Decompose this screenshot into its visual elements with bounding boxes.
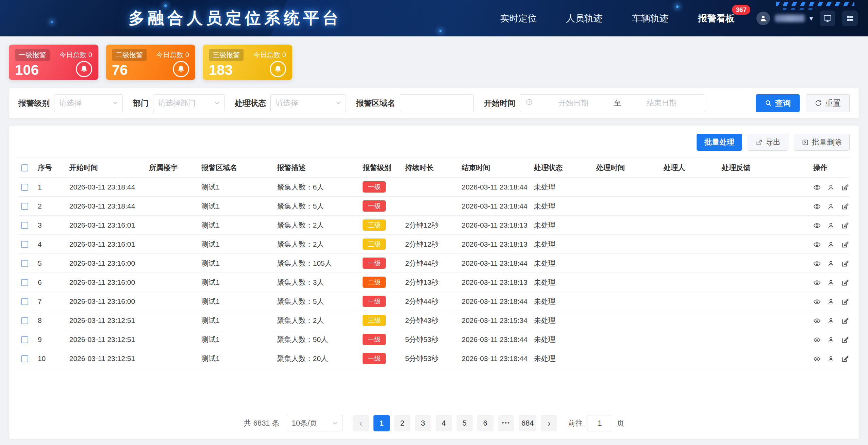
view-icon[interactable] [813,203,821,210]
department-select[interactable]: 请选择部门 [153,94,224,112]
view-icon[interactable] [813,317,821,325]
start-time-label: 开始时间 [484,98,515,109]
cell-end-time: 2026-03-11 23:18:44 [459,178,531,197]
page-button-684[interactable]: 684 [519,415,537,431]
cell-handler [661,349,719,368]
cell-operations [811,349,850,368]
locate-person-icon[interactable] [827,336,835,344]
user-avatar-icon[interactable] [756,12,770,25]
cell-index: 1 [35,178,67,197]
delete-icon [802,139,809,146]
edit-icon[interactable] [841,317,849,325]
cell-duration [402,197,459,216]
row-checkbox[interactable] [21,336,28,343]
view-icon[interactable] [813,260,821,267]
row-checkbox[interactable] [21,184,28,191]
alarm-level-label: 报警级别 [18,98,50,109]
export-button[interactable]: 导出 [748,134,788,151]
apps-grid-icon[interactable] [842,11,858,26]
locate-person-icon[interactable] [827,298,835,306]
batch-process-button[interactable]: 批量处理 [697,134,742,151]
locate-person-icon[interactable] [827,222,835,229]
table-row: 3 2026-03-11 23:16:01 测试1 聚集人数：2人 三级 2分钟… [18,216,850,235]
nav-vehicle-track[interactable]: 车辆轨迹 [632,12,669,24]
view-icon[interactable] [813,298,821,306]
process-status-select[interactable]: 请选择 [270,94,346,112]
edit-icon[interactable] [841,241,849,248]
row-checkbox[interactable] [21,317,28,324]
card-level-label: 三级报警 [209,49,244,61]
page-more-button[interactable]: ••• [498,415,514,431]
edit-icon[interactable] [841,279,849,286]
page-button-3[interactable]: 3 [415,415,431,431]
prev-page-button[interactable]: ‹ [353,415,369,431]
screen-icon[interactable] [820,11,835,26]
locate-person-icon[interactable] [827,184,835,191]
nav-alarm-board[interactable]: 报警看板 367 [698,12,735,24]
batch-delete-button[interactable]: 批量删除 [794,134,850,151]
cell-operations [811,197,850,216]
view-icon[interactable] [813,184,821,191]
view-icon[interactable] [813,336,821,344]
search-button[interactable]: 查询 [756,94,800,112]
locate-person-icon[interactable] [827,279,835,286]
cell-handle-time [594,235,661,254]
area-name-input[interactable] [400,94,474,112]
view-icon[interactable] [813,222,821,229]
row-checkbox[interactable] [21,241,28,248]
nav-realtime-location[interactable]: 实时定位 [500,12,537,24]
card-total-count: 76 [112,63,128,77]
edit-icon[interactable] [841,336,849,344]
column-header-12: 处理反馈 [719,158,811,178]
edit-icon[interactable] [841,355,849,363]
page-button-1[interactable]: 1 [373,415,390,431]
column-header-11: 处理人 [661,158,719,178]
row-checkbox[interactable] [21,355,28,362]
row-checkbox[interactable] [21,279,28,286]
row-checkbox[interactable] [21,260,28,267]
edit-icon[interactable] [841,203,849,210]
alarm-level-select[interactable]: 请选择 [54,94,123,112]
view-icon[interactable] [813,355,821,363]
table-toolbar: 批量处理 导出 批量删除 [18,134,850,151]
chevron-down-icon[interactable]: ▾ [809,14,813,22]
cell-status: 未处理 [531,292,594,311]
alarm-table: 序号开始时间所属楼宇报警区域名报警描述报警级别持续时长结束时间处理状态处理时间处… [18,158,850,368]
next-page-button[interactable]: › [541,415,557,431]
locate-person-icon[interactable] [827,203,835,210]
chevron-down-icon [215,101,219,105]
goto-unit: 页 [617,418,624,428]
table-row: 7 2026-03-11 23:16:00 测试1 聚集人数：5人 一级 2分钟… [18,292,850,311]
cell-building [146,311,199,330]
date-range-picker[interactable]: 开始日期 至 结束日期 [520,94,705,112]
glow-dot [51,21,53,23]
cell-level: 一级 [360,197,402,216]
page-button-5[interactable]: 5 [456,415,473,431]
cell-description: 聚集人数：2人 [274,235,360,254]
row-checkbox[interactable] [21,203,28,210]
goto-page-input[interactable] [587,415,612,431]
page-button-4[interactable]: 4 [436,415,452,431]
page-button-6[interactable]: 6 [477,415,494,431]
page-size-select[interactable]: 10条/页 [287,415,343,431]
locate-person-icon[interactable] [827,241,835,248]
row-checkbox[interactable] [21,222,28,229]
nav-personnel-track[interactable]: 人员轨迹 [566,12,603,24]
edit-icon[interactable] [841,184,849,191]
reset-button[interactable]: 重置 [806,94,850,112]
row-checkbox[interactable] [21,298,28,305]
locate-person-icon[interactable] [827,260,835,267]
alarm-bell-icon [270,61,286,77]
page-button-2[interactable]: 2 [394,415,411,431]
view-icon[interactable] [813,279,821,286]
cell-handle-time [594,273,661,292]
edit-icon[interactable] [841,222,849,229]
select-all-checkbox[interactable] [21,164,28,171]
locate-person-icon[interactable] [827,355,835,363]
edit-icon[interactable] [841,298,849,306]
level-badge: 一级 [363,200,386,212]
locate-person-icon[interactable] [827,317,835,325]
view-icon[interactable] [813,241,821,248]
edit-icon[interactable] [841,260,849,267]
column-header-8: 结束时间 [459,158,531,178]
